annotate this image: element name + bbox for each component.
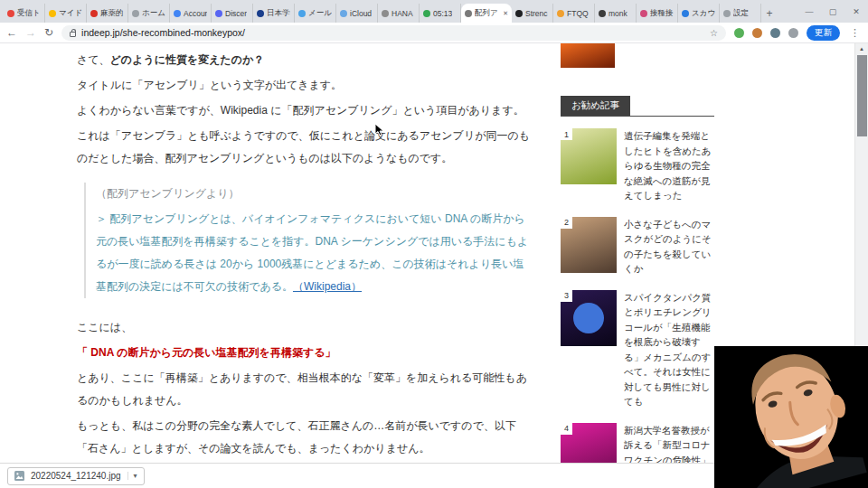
browser-tab[interactable]: 日本学 <box>253 4 295 23</box>
scrollbar-thumb[interactable] <box>857 55 867 136</box>
article-thumbnail[interactable]: 3 <box>561 290 617 346</box>
tab-favicon <box>215 10 222 17</box>
rank-badge: 1 <box>561 128 572 140</box>
article-thumbnail[interactable]: 4 <box>561 423 617 464</box>
browser-tab[interactable]: 設定 <box>720 4 761 23</box>
tab-label: 麻薬的 <box>100 8 124 19</box>
tab-close-icon[interactable]: ✕ <box>503 10 508 17</box>
tab-label: Strenc <box>525 9 548 18</box>
close-button[interactable]: ✕ <box>844 0 868 23</box>
recommended-article[interactable]: 4 新潟大学名誉教授が訴える「新型コロナワクチンの危険性」 <box>561 423 714 464</box>
face-graphic <box>714 346 868 488</box>
tab-label: 接種接 <box>650 8 674 19</box>
tab-label: スカウ <box>692 8 715 19</box>
paragraph: これは「アセンブラ」とも呼ぶようですので、仮にこれと論文にあるアセンブリが同一の… <box>77 125 534 170</box>
scroll-up-icon[interactable]: ▲ <box>855 43 868 52</box>
browser-tab-active[interactable]: 配列ア✕ <box>461 4 512 23</box>
rank-badge: 2 <box>561 217 572 229</box>
quote-text: ＞ 配列アセンブリングとは、バイオインフォマティクスにおいて短い DNA の断片… <box>96 208 534 298</box>
extension-icon[interactable] <box>770 28 780 38</box>
download-filename[interactable]: 20220524_121240.jpg <box>31 471 121 481</box>
tab-favicon <box>382 10 389 17</box>
browser-tab[interactable]: FTQQ <box>553 4 595 23</box>
recommended-article-title[interactable]: 新潟大学名誉教授が訴える「新型コロナワクチンの危険性」 <box>624 423 714 464</box>
tab-favicon <box>174 10 181 17</box>
browser-tab[interactable]: monk <box>595 4 637 23</box>
tab-label: ホーム <box>142 8 165 19</box>
recommended-article[interactable]: 1 遺伝子編集を発端としたヒトを含めたあらゆる生物種の完全な絶滅への道筋が見えて… <box>561 128 714 203</box>
browser-tab[interactable]: マイドラ <box>45 4 87 23</box>
tab-favicon <box>7 10 14 17</box>
new-tab-button[interactable]: + <box>761 4 778 23</box>
browser-tab[interactable]: 受信ト <box>4 4 45 23</box>
tab-favicon <box>49 10 56 17</box>
browser-tab[interactable]: Accoun <box>170 4 212 23</box>
forward-button[interactable]: → <box>25 27 36 38</box>
recommended-article[interactable]: 3 スパイクタンパク質とポリエチレングリコールが「生殖機能を根底から破壊する」メ… <box>561 290 714 409</box>
article-thumbnail[interactable]: 1 <box>561 128 617 184</box>
tab-label: 05:13 <box>433 9 452 18</box>
minimize-button[interactable]: — <box>797 0 821 23</box>
article-thumbnail[interactable]: 2 <box>561 217 617 273</box>
tab-favicon <box>557 10 564 17</box>
download-item[interactable]: 20220524_121240.jpg ▾ <box>7 467 145 485</box>
browser-tab[interactable]: Discer <box>212 4 253 23</box>
browser-tab[interactable]: 05:13 <box>420 4 461 23</box>
webcam-overlay <box>714 346 868 488</box>
tab-favicon <box>298 10 306 17</box>
profile-avatar[interactable] <box>788 28 798 38</box>
rank-badge: 4 <box>561 423 572 435</box>
sidebar-recommended: お勧め記事 1 遺伝子編集を発端としたヒトを含めたあらゆる生物種の完全な絶滅への… <box>561 96 714 463</box>
lock-icon <box>70 32 76 37</box>
tab-label: FTQQ <box>567 9 589 18</box>
quote-source: （配列アセンブリングより） <box>96 183 534 205</box>
rank-badge: 3 <box>561 290 572 302</box>
extension-icon[interactable] <box>734 28 744 38</box>
mouse-cursor <box>374 123 384 141</box>
paragraph: ここには、 <box>77 316 534 339</box>
update-extension-button[interactable]: 更新 <box>807 25 840 41</box>
download-caret-icon[interactable]: ▾ <box>127 472 137 480</box>
tab-label: マイドラ <box>59 8 82 19</box>
url-text[interactable]: indeep.jp/she-recombined-monkeypox/ <box>81 27 704 38</box>
recommended-article-title[interactable]: スパイクタンパク質とポリエチレングリコールが「生殖機能を根底から破壊する」メカニ… <box>624 290 714 409</box>
browser-tab[interactable]: 接種接 <box>637 4 678 23</box>
browser-toolbar: ← → ↻ indeep.jp/she-recombined-monkeypox… <box>0 23 868 43</box>
browser-tab[interactable]: ホーム <box>128 4 170 23</box>
address-bar[interactable]: indeep.jp/she-recombined-monkeypox/ ☆ <box>61 25 726 41</box>
browser-tab[interactable]: スカウ <box>678 4 720 23</box>
recommended-article[interactable]: 2 小さな子どもへのマスクがどのようにその子たちを殺していくか <box>561 217 714 277</box>
tab-favicon <box>90 10 98 17</box>
tab-favicon <box>257 10 264 17</box>
browser-menu-icon[interactable]: ⋮ <box>848 27 862 39</box>
browser-tab[interactable]: iCloud <box>336 4 378 23</box>
browser-tab[interactable]: HANA <box>378 4 420 23</box>
tab-favicon <box>132 10 139 17</box>
browser-tab[interactable]: 麻薬的 <box>87 4 128 23</box>
paragraph: よくわからない言葉ですが、Wikipedia に「配列アセンブリング」という項目… <box>77 99 534 122</box>
tab-favicon <box>640 10 647 17</box>
extension-icon[interactable] <box>752 28 762 38</box>
article-image-partial <box>561 43 615 68</box>
tab-favicon <box>723 10 731 17</box>
browser-tab[interactable]: メール <box>295 4 336 23</box>
bookmark-star-icon[interactable]: ☆ <box>710 28 718 38</box>
reload-button[interactable]: ↻ <box>44 27 53 38</box>
tab-favicon <box>599 10 606 17</box>
recommended-article-title[interactable]: 遺伝子編集を発端としたヒトを含めたあらゆる生物種の完全な絶滅への道筋が見えてしま… <box>624 128 714 203</box>
tab-strip: 受信ト マイドラ 麻薬的 ホーム Accoun Discer 日本学 メール i… <box>0 0 868 23</box>
wikipedia-link[interactable]: （Wikipedia） <box>293 280 362 293</box>
tab-label: 日本学 <box>267 8 290 19</box>
recommended-article-title[interactable]: 小さな子どもへのマスクがどのようにその子たちを殺していくか <box>624 217 714 277</box>
highlighted-quote: 「 DNA の断片から元の長い塩基配列を再構築する」 <box>77 342 534 364</box>
paragraph: もっとも、私はこの分野の完全な素人でして、石正麗さんの…名前が長いですので、以下… <box>77 415 534 460</box>
image-file-icon <box>14 471 24 481</box>
back-button[interactable]: ← <box>6 27 17 38</box>
paragraph: とあり、ここに「再構築」とありますので、相当根本的な「変革」を加えられる可能性も… <box>77 367 534 412</box>
sidebar-header-row: お勧め記事 <box>561 96 714 117</box>
maximize-button[interactable]: ▢ <box>821 0 844 23</box>
tab-label: 設定 <box>733 8 749 19</box>
tab-label: 受信ト <box>17 8 41 19</box>
tab-label: メール <box>308 8 332 19</box>
browser-tab[interactable]: Strenc <box>512 4 553 23</box>
